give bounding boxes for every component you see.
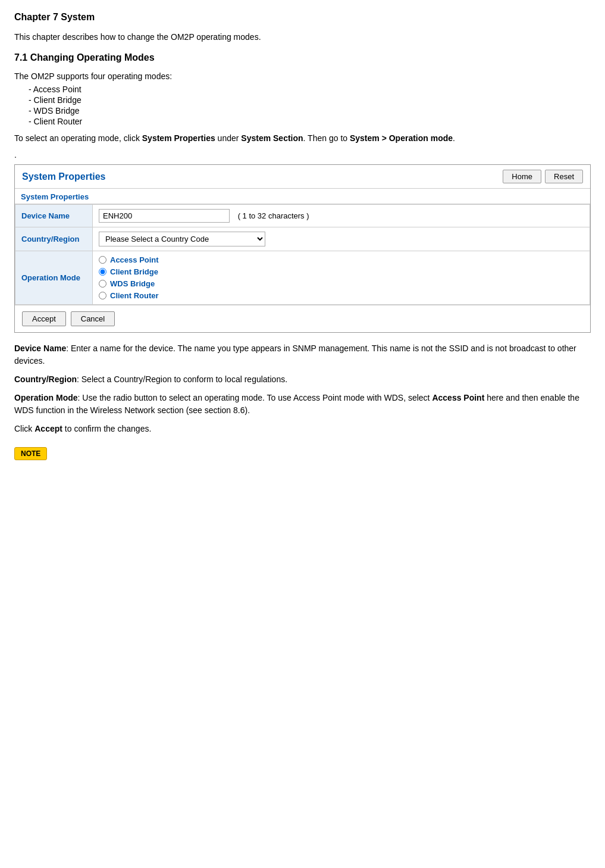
instruction-bold2: System Section xyxy=(241,133,303,143)
header-buttons: Home Reset xyxy=(503,170,583,183)
operation-mode-radio[interactable] xyxy=(99,280,106,288)
operation-desc-bold: Operation Mode xyxy=(14,393,78,402)
reset-button[interactable]: Reset xyxy=(545,170,583,183)
section-title: 7.1 Changing Operating Modes xyxy=(14,52,591,63)
operation-desc-text1: : Use the radio button to select an oper… xyxy=(78,393,432,402)
mode-list-item: Client Router xyxy=(29,117,591,126)
operation-mode-radio[interactable] xyxy=(99,268,106,276)
device-name-desc-text: : Enter a name for the device. The name … xyxy=(14,344,576,366)
country-desc: Country/Region: Select a Country/Region … xyxy=(14,373,591,386)
country-desc-text: : Select a Country/Region to conform to … xyxy=(77,374,287,384)
properties-table: Device Name ( 1 to 32 characters ) Count… xyxy=(15,204,590,305)
period-line: . xyxy=(14,150,591,160)
operation-mode-option: Access Point xyxy=(99,255,584,264)
panel-footer: Accept Cancel xyxy=(15,305,590,332)
country-label: Country/Region xyxy=(15,227,93,251)
device-name-row: Device Name ( 1 to 32 characters ) xyxy=(15,205,590,227)
chapter-title: Chapter 7 System xyxy=(14,12,591,23)
cancel-button[interactable]: Cancel xyxy=(71,311,115,326)
country-select[interactable]: Please Select a Country Code xyxy=(99,232,265,246)
operation-desc-bold2: Access Point xyxy=(432,393,484,402)
operation-mode-option: Client Bridge xyxy=(99,267,584,276)
device-name-desc-bold: Device Name xyxy=(14,344,66,353)
intro-text: This chapter describes how to change the… xyxy=(14,32,591,42)
operation-mode-radio[interactable] xyxy=(99,292,106,299)
country-row: Country/Region Please Select a Country C… xyxy=(15,227,590,251)
country-value-cell: Please Select a Country Code xyxy=(93,227,590,251)
instruction-end: . Then go to xyxy=(303,133,350,143)
device-name-input[interactable] xyxy=(99,209,230,223)
click-suffix: to confirm the changes. xyxy=(62,424,151,433)
body-modes-intro: The OM2P supports four operating modes: xyxy=(14,71,591,81)
instruction-bold1: System Properties xyxy=(142,133,215,143)
operation-mode-option: Client Router xyxy=(99,291,584,300)
device-name-value-cell: ( 1 to 32 characters ) xyxy=(93,205,590,227)
instruction-text: To select an operating mode, click xyxy=(14,133,142,143)
char-hint: ( 1 to 32 characters ) xyxy=(238,211,309,220)
operation-desc: Operation Mode: Use the radio button to … xyxy=(14,392,591,417)
instruction-bold3: System > Operation mode xyxy=(350,133,453,143)
click-accept-desc: Click Accept to confirm the changes. xyxy=(14,423,591,435)
panel-title: System Properties xyxy=(22,171,106,182)
device-name-desc: Device Name: Enter a name for the device… xyxy=(14,342,591,367)
operation-mode-radio-label: Access Point xyxy=(110,255,159,264)
instruction-end2: . xyxy=(453,133,455,143)
operation-mode-row: Operation Mode Access PointClient Bridge… xyxy=(15,251,590,305)
home-button[interactable]: Home xyxy=(503,170,541,183)
system-properties-panel: System Properties Home Reset System Prop… xyxy=(14,164,591,333)
modes-list: Access PointClient BridgeWDS BridgeClien… xyxy=(14,85,591,126)
panel-header: System Properties Home Reset xyxy=(15,165,590,189)
operation-mode-radio[interactable] xyxy=(99,256,106,264)
country-desc-bold: Country/Region xyxy=(14,374,77,384)
operation-mode-radio-label: Client Router xyxy=(110,291,159,300)
instruction-mid: under xyxy=(215,133,242,143)
instruction-para: To select an operating mode, click Syste… xyxy=(14,133,591,143)
panel-section-label: System Properties xyxy=(15,189,590,204)
accept-button[interactable]: Accept xyxy=(22,311,66,326)
click-accept-bold: Accept xyxy=(35,424,62,433)
click-prefix: Click xyxy=(14,424,35,433)
operation-mode-option: WDS Bridge xyxy=(99,279,584,288)
mode-list-item: WDS Bridge xyxy=(29,106,591,115)
operation-mode-label: Operation Mode xyxy=(15,251,93,305)
device-name-label: Device Name xyxy=(15,205,93,227)
operation-mode-radio-label: WDS Bridge xyxy=(110,279,155,288)
mode-list-item: Access Point xyxy=(29,85,591,94)
note-badge-label: NOTE xyxy=(14,447,47,460)
mode-list-item: Client Bridge xyxy=(29,95,591,105)
operation-mode-radio-label: Client Bridge xyxy=(110,267,158,276)
note-badge: NOTE xyxy=(14,441,591,460)
operation-mode-value-cell: Access PointClient BridgeWDS BridgeClien… xyxy=(93,251,590,305)
